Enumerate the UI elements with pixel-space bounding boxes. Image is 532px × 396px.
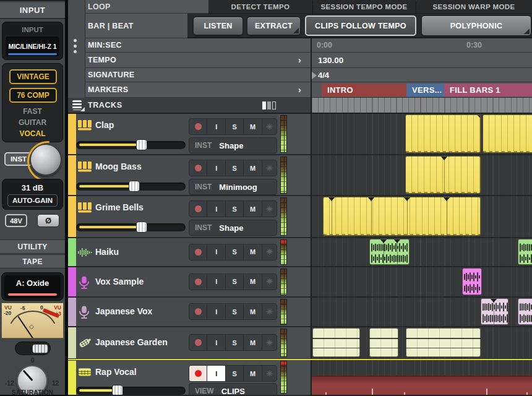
- freeze-icon[interactable]: ✳: [262, 304, 277, 319]
- mute-button[interactable]: M: [244, 304, 262, 319]
- min-sec-row[interactable]: MIN:SEC 0:00 0:30: [68, 38, 532, 53]
- clip[interactable]: [518, 239, 532, 265]
- mute-button[interactable]: M: [244, 335, 262, 350]
- solo-button[interactable]: S: [226, 304, 244, 319]
- record-arm-button[interactable]: [189, 366, 207, 381]
- freeze-icon[interactable]: ✳: [262, 201, 277, 217]
- clip[interactable]: [405, 114, 481, 153]
- drag-handle-icon[interactable]: [74, 39, 77, 53]
- fast-option[interactable]: FAST: [2, 107, 62, 116]
- phase-invert-button[interactable]: Ø: [37, 214, 59, 227]
- clip[interactable]: [481, 298, 508, 325]
- record-arm-button[interactable]: [189, 335, 207, 350]
- 76comp-button[interactable]: 76 COMP: [9, 88, 57, 103]
- track-row-rap-vocal[interactable]: Rap Vocal I S M ✳ VIEW CLIPS: [68, 361, 277, 396]
- track-row-grime-bells[interactable]: Grime Bells I S M ✳ INST Shape: [68, 196, 277, 238]
- track-name[interactable]: Grime Bells: [95, 202, 144, 212]
- solo-button[interactable]: S: [226, 201, 244, 217]
- record-arm-button[interactable]: [189, 244, 207, 260]
- mute-button[interactable]: M: [244, 366, 262, 381]
- arrangement-lane[interactable]: [312, 359, 532, 396]
- tape-power-switch[interactable]: [15, 342, 51, 355]
- track-row-clap[interactable]: Clap I S M ✳ INST Shape: [68, 114, 277, 155]
- clip[interactable]: [312, 376, 532, 395]
- guitar-option[interactable]: GUITAR: [2, 118, 62, 127]
- timeline-ruler[interactable]: [312, 98, 532, 114]
- timeline-marker[interactable]: INTRO: [322, 84, 406, 97]
- record-arm-button[interactable]: [189, 160, 207, 176]
- input-monitor-button[interactable]: I: [207, 335, 225, 350]
- mute-button[interactable]: M: [244, 119, 262, 134]
- panel-columns-icon[interactable]: [262, 101, 276, 110]
- record-arm-button[interactable]: [189, 304, 207, 319]
- input-monitor-button[interactable]: I: [207, 160, 225, 176]
- solo-button[interactable]: S: [226, 274, 244, 290]
- mute-button[interactable]: M: [244, 201, 262, 217]
- signature-row[interactable]: SIGNATURE 4/4: [68, 68, 532, 82]
- track-row-japanese-vox[interactable]: Japanese Vox I S M ✳: [68, 298, 277, 327]
- track-name[interactable]: Vox Sample: [95, 277, 144, 286]
- input-monitor-button[interactable]: I: [207, 119, 225, 134]
- solo-button[interactable]: S: [226, 335, 244, 350]
- track-name[interactable]: Moog Bass: [95, 161, 142, 171]
- instrument-field[interactable]: INST Shape: [189, 137, 277, 153]
- arrangement-lane[interactable]: [312, 298, 532, 327]
- clips-follow-tempo-button[interactable]: CLIPS FOLLOW TEMPO: [305, 15, 416, 36]
- tape-section-header[interactable]: TAPE: [0, 254, 65, 269]
- input-monitor-button[interactable]: I: [207, 304, 225, 319]
- clip[interactable]: [312, 328, 360, 357]
- vocal-option[interactable]: VOCAL: [2, 129, 62, 138]
- clip[interactable]: [518, 298, 532, 325]
- record-arm-button[interactable]: [189, 201, 207, 217]
- clip[interactable]: [323, 197, 481, 236]
- volume-slider[interactable]: [76, 183, 186, 191]
- clip[interactable]: [483, 114, 532, 153]
- instrument-field[interactable]: INST Minimoog: [189, 179, 277, 195]
- input-monitor-button[interactable]: I: [207, 244, 225, 260]
- volume-slider[interactable]: [76, 141, 186, 149]
- arrangement-lanes[interactable]: [312, 114, 532, 396]
- mute-button[interactable]: M: [244, 160, 262, 176]
- record-arm-button[interactable]: [189, 119, 207, 134]
- track-name[interactable]: Clap: [95, 120, 114, 130]
- polyphonic-warp-dropdown[interactable]: POLYPHONIC: [421, 15, 531, 36]
- slider-handle[interactable]: [136, 222, 147, 233]
- arrangement-lane[interactable]: [312, 155, 532, 196]
- solo-button[interactable]: S: [226, 366, 244, 381]
- slider-handle[interactable]: [129, 181, 140, 192]
- signature-value[interactable]: 4/4: [318, 71, 329, 80]
- track-row-vox-sample[interactable]: Vox Sample I S M ✳: [68, 267, 277, 298]
- mute-button[interactable]: M: [244, 244, 262, 260]
- markers-expand-chevron[interactable]: ›: [298, 85, 301, 95]
- track-row-haiku[interactable]: Haiku I S M ✳: [68, 238, 277, 267]
- clip[interactable]: [369, 239, 410, 265]
- slider-handle[interactable]: [136, 139, 147, 150]
- clip[interactable]: [405, 156, 481, 194]
- freeze-icon[interactable]: ✳: [262, 244, 277, 260]
- arrangement-lane[interactable]: [312, 327, 532, 359]
- clip[interactable]: [369, 328, 398, 357]
- timeline-marker[interactable]: VERS...: [406, 84, 444, 97]
- view-clips-field[interactable]: VIEW CLIPS: [189, 383, 277, 396]
- volume-slider[interactable]: [76, 223, 186, 231]
- input-monitor-button[interactable]: I: [207, 366, 225, 381]
- markers-row[interactable]: MARKERS › INTROVERS...FILL BARS 1: [68, 82, 532, 98]
- track-name[interactable]: Japanese Vox: [95, 306, 152, 316]
- freeze-icon[interactable]: ✳: [262, 160, 277, 176]
- vintage-button[interactable]: VINTAGE: [9, 69, 57, 84]
- input-gain-knob[interactable]: [30, 144, 62, 176]
- track-name[interactable]: Haiku: [95, 247, 119, 257]
- track-name[interactable]: Rap Vocal: [95, 367, 137, 377]
- clip[interactable]: [462, 268, 482, 295]
- solo-button[interactable]: S: [226, 119, 244, 134]
- clip[interactable]: [406, 328, 481, 357]
- input-monitor-button[interactable]: I: [207, 274, 225, 290]
- freeze-icon[interactable]: ✳: [262, 274, 277, 290]
- volume-slider[interactable]: [76, 387, 186, 395]
- tempo-expand-chevron[interactable]: ›: [298, 55, 301, 65]
- tape-model-selector[interactable]: A: Oxide: [2, 278, 63, 288]
- mute-button[interactable]: M: [244, 274, 262, 290]
- track-row-japanese-garden[interactable]: Japanese Garden I S M ✳: [68, 327, 277, 359]
- solo-button[interactable]: S: [226, 244, 244, 260]
- input-monitor-button[interactable]: I: [207, 201, 225, 217]
